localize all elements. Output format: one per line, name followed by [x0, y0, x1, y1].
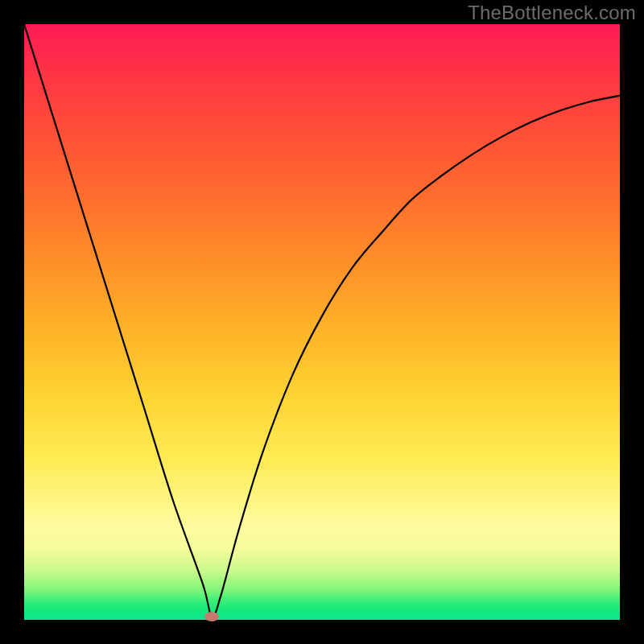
bottleneck-curve-path: [24, 24, 620, 617]
optimal-point-marker: [204, 612, 219, 621]
curve-svg: [24, 24, 620, 620]
plot-area: [24, 24, 620, 620]
figure-container: TheBottleneck.com: [0, 0, 644, 644]
watermark-text: TheBottleneck.com: [468, 2, 636, 24]
